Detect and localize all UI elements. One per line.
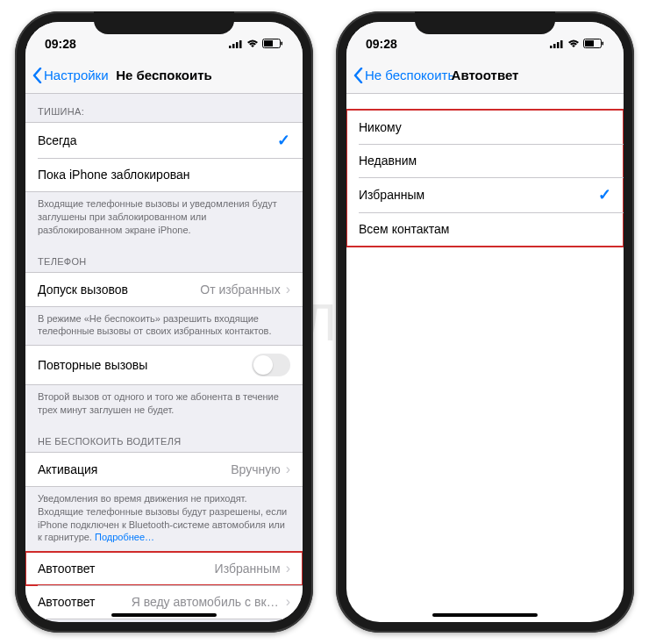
svg-rect-12 <box>585 40 594 47</box>
notch <box>415 11 555 34</box>
driving-group-1: Активация Вручную › <box>25 452 303 487</box>
battery-icon <box>583 37 604 51</box>
svg-rect-13 <box>603 42 604 46</box>
option-favorites[interactable]: Избранным ✓ <box>346 177 624 212</box>
silence-footer: Входящие телефонные вызовы и уведомления… <box>25 192 303 244</box>
option-label: Никому <box>359 120 402 134</box>
row-autoreply-to[interactable]: Автоответ Избранным › <box>25 552 303 585</box>
svg-rect-2 <box>236 42 239 48</box>
settings-content[interactable]: ТИШИНА: Всегда ✓ Пока iPhone заблокирова… <box>25 94 303 622</box>
row-repeat-calls[interactable]: Повторные вызовы <box>25 346 303 384</box>
phone-group-2: Повторные вызовы <box>25 345 303 385</box>
autoreply-footer: Если люди из Вашего списка «Избранное» н… <box>25 619 303 622</box>
autoreply-options-group: Никому Недавним Избранным ✓ Всем контакт… <box>346 110 624 247</box>
navbar: Не беспокоить Автоответ <box>346 57 624 94</box>
status-time: 09:28 <box>366 37 397 51</box>
silence-group: Всегда ✓ Пока iPhone заблокирован <box>25 122 303 192</box>
option-none[interactable]: Никому <box>346 111 624 144</box>
svg-rect-7 <box>550 46 553 48</box>
svg-rect-1 <box>232 44 235 48</box>
row-label: Всегда <box>38 133 77 147</box>
screen-right: 09:28 Не беспокоить Автоответ <box>346 22 624 622</box>
activate-footer: Уведомления во время движения не приходя… <box>25 487 303 551</box>
section-header-silence: ТИШИНА: <box>25 94 303 122</box>
phone-frame-left: 09:28 Настройки Не беспокоить ТИШИН <box>15 11 313 633</box>
checkmark-icon: ✓ <box>277 131 290 150</box>
status-time: 09:28 <box>45 37 76 51</box>
toggle-off[interactable] <box>252 354 290 376</box>
cellular-icon <box>550 37 564 51</box>
allow-calls-footer: В режиме «Не беспокоить» разрешить входя… <box>25 307 303 346</box>
row-allow-calls[interactable]: Допуск вызовов От избранных › <box>25 273 303 306</box>
phone-frame-right: 09:28 Не беспокоить Автоответ <box>336 11 634 633</box>
chevron-right-icon: › <box>286 594 290 610</box>
chevron-left-icon <box>32 68 42 83</box>
home-indicator[interactable] <box>111 613 217 617</box>
screen-left: 09:28 Настройки Не беспокоить ТИШИН <box>25 22 303 622</box>
status-icons <box>229 37 283 51</box>
row-while-locked[interactable]: Пока iPhone заблокирован <box>25 158 303 191</box>
back-button[interactable]: Не беспокоить <box>346 68 454 83</box>
options-content[interactable]: Никому Недавним Избранным ✓ Всем контакт… <box>346 94 624 622</box>
repeat-footer: Второй вызов от одного и того же абонент… <box>25 385 303 424</box>
checkmark-icon: ✓ <box>598 185 611 204</box>
chevron-left-icon <box>353 68 363 83</box>
back-button[interactable]: Настройки <box>25 68 109 83</box>
section-header-phone: ТЕЛЕФОН <box>25 244 303 272</box>
svg-rect-0 <box>229 46 232 48</box>
back-label: Не беспокоить <box>365 68 454 82</box>
learn-more-link[interactable]: Подробнее… <box>95 532 154 542</box>
svg-rect-3 <box>239 40 242 48</box>
page-title: Не беспокоить <box>116 68 212 82</box>
wifi-icon <box>567 37 580 51</box>
row-label: Пока iPhone заблокирован <box>38 168 189 182</box>
row-value: Вручную <box>231 462 281 476</box>
svg-rect-9 <box>557 42 560 48</box>
page-title: Автоответ <box>452 68 519 82</box>
svg-rect-6 <box>282 42 283 46</box>
option-all-contacts[interactable]: Всем контактам <box>346 212 624 246</box>
section-header-driving: НЕ БЕСПОКОИТЬ ВОДИТЕЛЯ <box>25 424 303 452</box>
notch <box>94 11 234 34</box>
svg-rect-5 <box>264 40 273 47</box>
option-label: Всем контактам <box>359 222 449 236</box>
row-label: Повторные вызовы <box>38 358 147 372</box>
driving-group-2: Автоответ Избранным › Автоответ Я веду а… <box>25 551 303 619</box>
row-value: Я веду автомобиль с включенн… <box>132 595 281 609</box>
option-recents[interactable]: Недавним <box>346 144 624 177</box>
option-label: Избранным <box>359 188 424 202</box>
row-value: От избранных <box>200 283 280 297</box>
row-label: Активация <box>38 462 97 476</box>
chevron-right-icon: › <box>286 462 290 477</box>
row-always[interactable]: Всегда ✓ <box>25 123 303 158</box>
status-icons <box>550 37 604 51</box>
svg-rect-10 <box>560 40 563 48</box>
row-value: Избранным <box>215 562 281 576</box>
row-activate[interactable]: Активация Вручную › <box>25 453 303 486</box>
battery-icon <box>262 37 283 51</box>
phone-group-1: Допуск вызовов От избранных › <box>25 272 303 307</box>
option-label: Недавним <box>359 154 417 168</box>
chevron-right-icon: › <box>286 561 290 576</box>
navbar: Настройки Не беспокоить <box>25 57 303 94</box>
row-label: Допуск вызовов <box>38 283 128 297</box>
chevron-right-icon: › <box>286 282 290 297</box>
back-label: Настройки <box>44 68 109 82</box>
svg-rect-8 <box>553 44 556 48</box>
wifi-icon <box>246 37 259 51</box>
row-label: Автоответ <box>38 562 95 576</box>
home-indicator[interactable] <box>432 613 538 617</box>
cellular-icon <box>229 37 243 51</box>
row-label: Автоответ <box>38 595 95 609</box>
